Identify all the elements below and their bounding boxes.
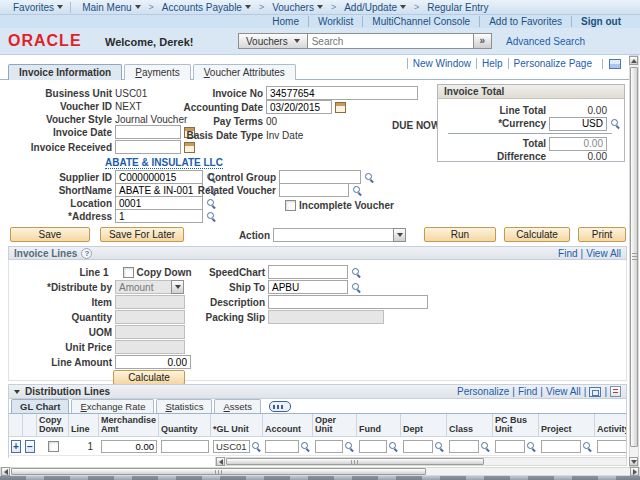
copy-down-checkbox[interactable] <box>123 267 134 278</box>
dept-lookup-icon[interactable] <box>434 441 445 452</box>
advanced-search-link[interactable]: Advanced Search <box>506 36 585 47</box>
ship-to-lookup-icon[interactable] <box>351 282 362 293</box>
class-lookup-icon[interactable] <box>480 441 491 452</box>
page-vertical-scrollbar[interactable] <box>629 55 639 467</box>
show-all-columns-icon[interactable] <box>269 401 291 412</box>
fund-lookup-icon[interactable] <box>388 441 399 452</box>
speedchart-lookup-icon[interactable] <box>351 267 362 278</box>
download-to-excel-icon[interactable] <box>610 386 621 397</box>
control-group-input[interactable] <box>279 170 361 184</box>
search-scope-dropdown[interactable]: Vouchers <box>238 33 308 49</box>
speedchart-input[interactable] <box>268 265 348 279</box>
address-input[interactable] <box>115 209 203 223</box>
print-button[interactable]: Print <box>578 227 626 242</box>
distribution-personalize-link[interactable]: Personalize <box>457 386 509 397</box>
help-icon[interactable] <box>81 248 92 259</box>
scroll-down-icon[interactable] <box>629 457 638 466</box>
delete-row-button[interactable] <box>25 440 35 453</box>
description-input[interactable] <box>268 295 428 309</box>
action-select[interactable] <box>273 228 406 242</box>
breadcrumb-main-menu[interactable]: Main Menu <box>75 2 147 13</box>
collapse-section-icon[interactable] <box>14 390 20 394</box>
oper-unit-lookup-icon[interactable] <box>344 441 355 452</box>
run-button[interactable]: Run <box>424 227 496 242</box>
zoom-grid-icon[interactable] <box>589 387 601 397</box>
related-voucher-input[interactable] <box>279 183 349 197</box>
invoice-lines-find-link[interactable]: Find <box>558 248 577 259</box>
incomplete-voucher-checkbox[interactable] <box>285 200 296 211</box>
page-scrollbar-thumb[interactable] <box>11 468 426 475</box>
row-project-input[interactable] <box>541 440 581 453</box>
invoice-no-input[interactable] <box>266 86 418 100</box>
grid-tab-statistics[interactable]: Statistics <box>156 399 212 413</box>
row-merchandise-amt-input[interactable] <box>101 440 157 453</box>
calendar-icon[interactable] <box>184 142 195 153</box>
scroll-left-icon[interactable] <box>216 457 225 466</box>
new-window-link[interactable]: New Window <box>407 58 476 69</box>
ship-to-input[interactable] <box>268 280 348 294</box>
location-lookup-icon[interactable] <box>206 198 217 209</box>
breadcrumb-accounts-payable[interactable]: Accounts Payable <box>155 2 258 13</box>
row-dept-input[interactable] <box>403 440 433 453</box>
line-calculate-button[interactable]: Calculate <box>113 370 185 385</box>
grid-tab-exchange-rate[interactable]: Exchange Rate <box>71 399 154 413</box>
location-input[interactable] <box>115 196 203 210</box>
supplier-name-link[interactable]: ABATE & INSULATE LLC <box>105 157 223 169</box>
vertical-scrollbar-thumb[interactable] <box>630 67 638 447</box>
add-to-favorites-link[interactable]: Add to Favorites <box>480 16 572 27</box>
control-group-lookup-icon[interactable] <box>364 172 375 183</box>
currency-input[interactable] <box>549 117 607 131</box>
save-button[interactable]: Save <box>10 227 90 242</box>
grid-tab-assets[interactable]: Assets <box>214 399 261 413</box>
row-oper-unit-input[interactable] <box>315 440 343 453</box>
scroll-left-icon[interactable] <box>1 467 10 476</box>
distribution-find-link[interactable]: Find <box>518 386 537 397</box>
tab-invoice-information[interactable]: Invoice Information <box>8 64 122 80</box>
related-voucher-lookup-icon[interactable] <box>352 185 363 196</box>
currency-lookup-icon[interactable] <box>610 118 621 129</box>
tab-payments[interactable]: Payments <box>124 64 190 80</box>
total-input[interactable] <box>549 137 607 151</box>
multichannel-console-link[interactable]: MultiChannel Console <box>363 16 480 27</box>
accounting-date-input[interactable] <box>266 100 332 114</box>
sign-out-link[interactable]: Sign out <box>572 16 630 27</box>
search-submit-button[interactable] <box>474 33 492 49</box>
invoice-received-input[interactable] <box>115 140 181 154</box>
row-class-input[interactable] <box>449 440 479 453</box>
search-input[interactable] <box>308 33 474 49</box>
scroll-right-icon[interactable] <box>630 467 639 476</box>
row-account-input[interactable] <box>265 440 299 453</box>
calculate-button[interactable]: Calculate <box>504 227 570 242</box>
breadcrumb-favorites[interactable]: Favorites <box>6 2 71 13</box>
invoice-lines-view-all-link[interactable]: View All <box>586 248 621 259</box>
address-lookup-icon[interactable] <box>206 211 217 222</box>
help-link[interactable]: Help <box>476 58 508 69</box>
line-amount-input[interactable] <box>115 355 191 369</box>
row-copy-down-checkbox[interactable] <box>48 441 59 452</box>
add-row-button[interactable] <box>11 440 21 453</box>
grid-tab-gl-chart[interactable]: GL Chart <box>11 399 69 413</box>
account-lookup-icon[interactable] <box>300 441 311 452</box>
calendar-icon[interactable] <box>335 102 346 113</box>
save-for-later-button[interactable]: Save For Later <box>100 227 184 242</box>
gl-unit-lookup-icon[interactable] <box>251 441 262 452</box>
copy-url-icon[interactable] <box>609 59 621 69</box>
project-lookup-icon[interactable] <box>582 441 593 452</box>
home-link[interactable]: Home <box>263 16 309 27</box>
breadcrumb-vouchers[interactable]: Vouchers <box>265 2 330 13</box>
row-pc-bus-unit-input[interactable] <box>495 440 525 453</box>
grid-horizontal-scrollbar[interactable] <box>215 457 627 466</box>
grid-scrollbar-thumb[interactable] <box>226 458 484 465</box>
personalize-page-link[interactable]: Personalize Page <box>508 58 597 69</box>
distribution-view-all-link[interactable]: View All <box>546 386 581 397</box>
tab-voucher-attributes[interactable]: Voucher Attributes <box>193 64 296 80</box>
scroll-up-icon[interactable] <box>629 56 638 65</box>
row-activity-input[interactable] <box>597 440 627 453</box>
worklist-link[interactable]: Worklist <box>309 16 363 27</box>
breadcrumb-add-update[interactable]: Add/Update <box>337 2 413 13</box>
row-quantity-input[interactable] <box>161 440 209 453</box>
field-line-amount: Line Amount <box>4 355 191 369</box>
pc-bus-unit-lookup-icon[interactable] <box>526 441 537 452</box>
row-fund-input[interactable] <box>359 440 387 453</box>
page-horizontal-scrollbar[interactable] <box>0 467 640 476</box>
